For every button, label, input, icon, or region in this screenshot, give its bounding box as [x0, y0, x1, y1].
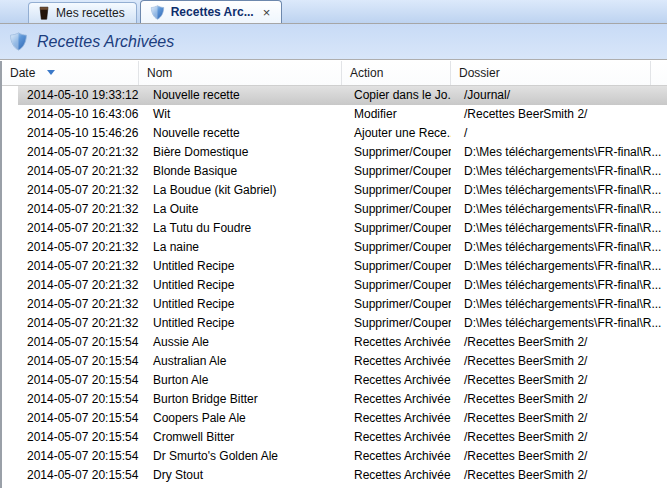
- cell-dossier: D:\Mes téléchargements\FR-final\R...: [451, 181, 667, 200]
- cell-nom: Australian Ale: [139, 352, 342, 371]
- cell-date: 2014-05-07 20:15:54: [2, 447, 139, 466]
- table-row[interactable]: 2014-05-07 20:21:32Bière DomestiqueSuppr…: [2, 143, 667, 162]
- table-row[interactable]: 2014-05-07 20:15:54Dr Smurto's Golden Al…: [2, 447, 667, 466]
- cell-date: 2014-05-07 20:15:54: [2, 390, 139, 409]
- table-row[interactable]: 2014-05-07 20:21:32Untitled RecipeSuppri…: [2, 276, 667, 295]
- table-row[interactable]: 2014-05-10 15:46:26Nouvelle recetteAjout…: [2, 124, 667, 143]
- archived-recipes-list: Date Nom Action Dossier 2014-05-10 19:33…: [0, 61, 667, 488]
- table-body: 2014-05-10 19:33:12Nouvelle recetteCopie…: [2, 86, 667, 485]
- cell-nom: La naine: [139, 238, 342, 257]
- tab-close-icon[interactable]: ×: [263, 6, 271, 19]
- cell-date: 2014-05-07 20:21:32: [2, 181, 139, 200]
- tab-recettes-archivees[interactable]: Recettes Arc... ×: [140, 0, 283, 23]
- cell-nom: Untitled Recipe: [139, 314, 342, 333]
- table-row[interactable]: 2014-05-07 20:21:32Untitled RecipeSuppri…: [2, 257, 667, 276]
- cell-nom: La Ouite: [139, 200, 342, 219]
- cell-nom: Bière Domestique: [139, 143, 342, 162]
- cell-nom: Untitled Recipe: [139, 276, 342, 295]
- cell-action: Recettes Archivées: [342, 466, 451, 485]
- tab-label: Mes recettes: [56, 6, 125, 20]
- cell-dossier: D:\Mes téléchargements\FR-final\R...: [451, 257, 667, 276]
- cell-dossier: /Journal/: [451, 86, 667, 105]
- table-row[interactable]: 2014-05-07 20:21:32La Boudue (kit Gabrie…: [2, 181, 667, 200]
- cell-date: 2014-05-07 20:15:54: [2, 333, 139, 352]
- table-row[interactable]: 2014-05-07 20:21:32La Tutu du FoudreSupp…: [2, 219, 667, 238]
- table-row[interactable]: 2014-05-07 20:15:54Aussie AleRecettes Ar…: [2, 333, 667, 352]
- cell-action: Supprimer/Couper: [342, 162, 451, 181]
- page-title: Recettes Archivées: [37, 33, 174, 51]
- shield-icon: [150, 5, 165, 20]
- table-row[interactable]: 2014-05-07 20:15:54Coopers Pale AleRecet…: [2, 409, 667, 428]
- cell-dossier: /Recettes BeerSmith 2/: [451, 466, 667, 485]
- cell-dossier: D:\Mes téléchargements\FR-final\R...: [451, 143, 667, 162]
- table-row[interactable]: 2014-05-10 19:33:12Nouvelle recetteCopie…: [2, 86, 667, 105]
- cell-action: Supprimer/Couper: [342, 276, 451, 295]
- cell-date: 2014-05-10 15:46:26: [2, 124, 139, 143]
- cell-dossier: D:\Mes téléchargements\FR-final\R...: [451, 276, 667, 295]
- table-row[interactable]: 2014-05-07 20:21:32La naineSupprimer/Cou…: [2, 238, 667, 257]
- cell-nom: Untitled Recipe: [139, 257, 342, 276]
- cell-nom: Cromwell Bitter: [139, 428, 342, 447]
- table-row[interactable]: 2014-05-07 20:21:32Untitled RecipeSuppri…: [2, 295, 667, 314]
- list-header: Date Nom Action Dossier: [2, 61, 667, 86]
- cell-dossier: /Recettes BeerSmith 2/: [451, 428, 667, 447]
- table-row[interactable]: 2014-05-07 20:15:54Australian AleRecette…: [2, 352, 667, 371]
- cell-dossier: /: [451, 124, 667, 143]
- table-row[interactable]: 2014-05-07 20:21:32Untitled RecipeSuppri…: [2, 314, 667, 333]
- cell-action: Modifier: [342, 105, 451, 124]
- column-header-nom[interactable]: Nom: [139, 61, 342, 85]
- tab-bar: Mes recettes Recettes Arc... ×: [0, 0, 667, 24]
- cell-nom: La Boudue (kit Gabriel): [139, 181, 342, 200]
- tab-label: Recettes Arc...: [171, 5, 254, 19]
- cell-date: 2014-05-10 19:33:12: [2, 86, 139, 105]
- cell-date: 2014-05-07 20:15:54: [2, 352, 139, 371]
- cell-action: Recettes Archivées: [342, 333, 451, 352]
- cell-nom: Aussie Ale: [139, 333, 342, 352]
- cell-nom: Dry Stout: [139, 466, 342, 485]
- column-header-date[interactable]: Date: [2, 61, 139, 85]
- table-row[interactable]: 2014-05-07 20:15:54Burton AleRecettes Ar…: [2, 371, 667, 390]
- table-row[interactable]: 2014-05-07 20:15:54Dry StoutRecettes Arc…: [2, 466, 667, 485]
- cell-action: Supprimer/Couper: [342, 238, 451, 257]
- cell-action: Recettes Archivées: [342, 409, 451, 428]
- cell-nom: Burton Ale: [139, 371, 342, 390]
- tab-mes-recettes[interactable]: Mes recettes: [28, 2, 137, 23]
- cell-date: 2014-05-07 20:21:32: [2, 219, 139, 238]
- cell-date: 2014-05-07 20:21:32: [2, 314, 139, 333]
- cell-date: 2014-05-07 20:15:54: [2, 428, 139, 447]
- beer-mug-icon: [38, 6, 50, 20]
- cell-date: 2014-05-07 20:21:32: [2, 257, 139, 276]
- table-row[interactable]: 2014-05-07 20:21:32La OuiteSupprimer/Cou…: [2, 200, 667, 219]
- cell-nom: Burton Bridge Bitter: [139, 390, 342, 409]
- table-row[interactable]: 2014-05-10 16:43:06WitModifier/Recettes …: [2, 105, 667, 124]
- cell-date: 2014-05-10 16:43:06: [2, 105, 139, 124]
- cell-dossier: /Recettes BeerSmith 2/: [451, 447, 667, 466]
- column-header-dossier[interactable]: Dossier: [451, 61, 651, 85]
- cell-date: 2014-05-07 20:15:54: [2, 409, 139, 428]
- cell-nom: Dr Smurto's Golden Ale: [139, 447, 342, 466]
- cell-dossier: /Recettes BeerSmith 2/: [451, 333, 667, 352]
- cell-nom: Untitled Recipe: [139, 295, 342, 314]
- cell-nom: Nouvelle recette: [139, 124, 342, 143]
- cell-dossier: D:\Mes téléchargements\FR-final\R...: [451, 238, 667, 257]
- cell-date: 2014-05-07 20:21:32: [2, 162, 139, 181]
- cell-dossier: /Recettes BeerSmith 2/: [451, 409, 667, 428]
- table-row[interactable]: 2014-05-07 20:21:32Blonde BasiqueSupprim…: [2, 162, 667, 181]
- table-row[interactable]: 2014-05-07 20:15:54Burton Bridge BitterR…: [2, 390, 667, 409]
- shield-icon: [9, 32, 28, 51]
- cell-nom: Blonde Basique: [139, 162, 342, 181]
- cell-dossier: D:\Mes téléchargements\FR-final\R...: [451, 314, 667, 333]
- cell-date: 2014-05-07 20:15:54: [2, 371, 139, 390]
- cell-date: 2014-05-07 20:21:32: [2, 295, 139, 314]
- table-row[interactable]: 2014-05-07 20:15:54Cromwell BitterRecett…: [2, 428, 667, 447]
- cell-action: Supprimer/Couper: [342, 143, 451, 162]
- cell-action: Ajouter une Rece...: [342, 124, 451, 143]
- cell-dossier: /Recettes BeerSmith 2/: [451, 390, 667, 409]
- cell-date: 2014-05-07 20:21:32: [2, 143, 139, 162]
- cell-dossier: D:\Mes téléchargements\FR-final\R...: [451, 200, 667, 219]
- cell-action: Supprimer/Couper: [342, 200, 451, 219]
- cell-nom: La Tutu du Foudre: [139, 219, 342, 238]
- cell-nom: Nouvelle recette: [139, 86, 342, 105]
- column-header-action[interactable]: Action: [342, 61, 451, 85]
- cell-action: Supprimer/Couper: [342, 181, 451, 200]
